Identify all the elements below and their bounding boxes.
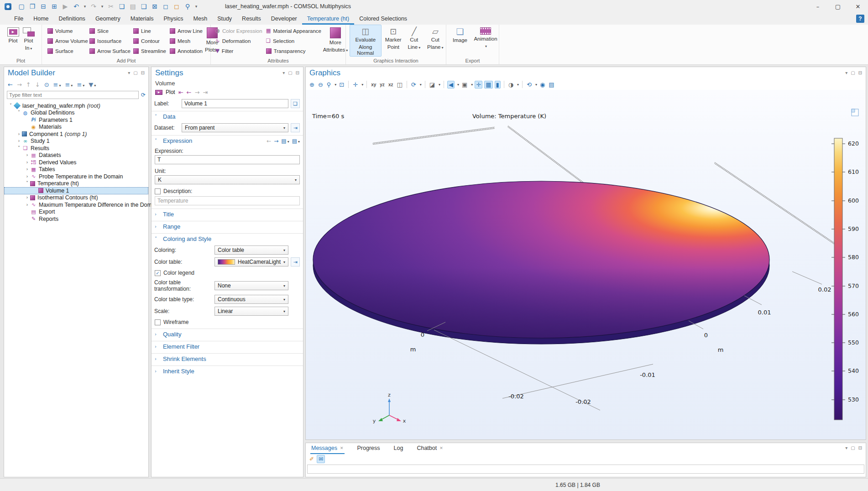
- add-line-button[interactable]: Line: [131, 26, 168, 36]
- tab-temperature-ht[interactable]: Temperature (ht): [302, 13, 354, 25]
- color-legend-checkbox[interactable]: ✓: [155, 270, 161, 276]
- tree-item-derived-values[interactable]: › 8.85e-12 Derived Values: [4, 159, 148, 166]
- chevron-expanded-icon[interactable]: ˅: [24, 181, 30, 186]
- tree-item-tables[interactable]: › ▦ Tables: [4, 166, 148, 173]
- redo-icon[interactable]: ↷: [88, 3, 99, 10]
- minimize-button[interactable]: –: [808, 0, 828, 13]
- transparency-button[interactable]: Transparency: [264, 47, 323, 56]
- cut-line-button[interactable]: ╱ Cut Line▾: [405, 25, 423, 57]
- go-to-source-icon[interactable]: ⇥: [291, 123, 300, 132]
- tree-item-max-temperature-difference[interactable]: › ∿ Maximum Temperature Difference in th…: [4, 201, 148, 209]
- sound-icon[interactable]: ◀: [447, 81, 455, 89]
- panel-pin-icon[interactable]: ⊟: [296, 71, 299, 75]
- save-icon[interactable]: ⊟: [38, 3, 49, 10]
- tree-item-volume-1[interactable]: Volume 1: [4, 187, 148, 194]
- panel-menu-icon[interactable]: ▾: [282, 71, 285, 75]
- move-down-icon[interactable]: ↓: [35, 82, 40, 88]
- add-slice-button[interactable]: Slice: [88, 26, 131, 36]
- tab-physics[interactable]: Physics: [158, 13, 188, 25]
- panel-float-icon[interactable]: ▢: [133, 71, 137, 75]
- clear-selection-icon[interactable]: ◻: [171, 3, 182, 10]
- tree-item-datasets[interactable]: › ▦ Datasets: [4, 152, 148, 159]
- previous-expression-icon[interactable]: ←: [267, 138, 271, 144]
- run-icon[interactable]: ▶: [60, 3, 71, 10]
- maximize-button[interactable]: ▢: [828, 0, 848, 13]
- material-appearance-button[interactable]: ▦Material Appearance: [264, 26, 323, 36]
- marker-point-button[interactable]: ⊡ Marker Point: [383, 25, 403, 57]
- zoom-out-icon[interactable]: ⊖: [317, 81, 324, 88]
- next-step-icon[interactable]: →: [195, 89, 200, 95]
- refresh-icon[interactable]: ⟳: [141, 92, 146, 98]
- tab-developer[interactable]: Developer: [266, 13, 302, 25]
- go-to-default-view-icon[interactable]: ✛: [352, 81, 359, 88]
- show-icon[interactable]: ⊙: [44, 82, 49, 88]
- panel-menu-icon[interactable]: ▾: [128, 71, 130, 75]
- section-expression[interactable]: ˅ Expression ← → ▤▾ ▤▾: [152, 135, 303, 146]
- tab-results[interactable]: Results: [237, 13, 266, 25]
- section-shrink-elements[interactable]: › Shrink Elements: [152, 353, 303, 364]
- copy-icon[interactable]: ❏: [116, 3, 127, 10]
- undo-dropdown-icon[interactable]: ▾: [82, 5, 88, 9]
- graphics-canvas[interactable]: Time=60 s Volume: Temperature (K): [306, 90, 866, 439]
- tab-mesh[interactable]: Mesh: [188, 13, 213, 25]
- description-checkbox[interactable]: [155, 188, 161, 194]
- close-tab-icon[interactable]: ✕: [439, 446, 443, 450]
- tree-item-isothermal-contours[interactable]: › Isothermal Contours (ht): [4, 194, 148, 202]
- panel-float-icon[interactable]: ▢: [288, 71, 292, 75]
- redo-dropdown-icon[interactable]: ▾: [99, 5, 105, 9]
- plot-button[interactable]: Plot: [166, 89, 175, 95]
- color-theme-icon[interactable]: ◑: [507, 81, 514, 88]
- zoom-box-icon[interactable]: ⚲: [326, 81, 332, 88]
- undo-icon[interactable]: ↶: [71, 3, 82, 10]
- tab-materials[interactable]: Materials: [125, 13, 159, 25]
- back-icon[interactable]: ←: [8, 82, 13, 88]
- select-box-icon[interactable]: ◻: [160, 3, 171, 10]
- chevron-expanded-icon[interactable]: ˅: [16, 110, 22, 115]
- replace-expression-icon[interactable]: ▤: [281, 138, 286, 144]
- more-attributes-button[interactable]: More Attributes▾: [323, 25, 349, 57]
- tree-filter-icon[interactable]: ▼: [89, 82, 93, 88]
- delete-icon[interactable]: ⊠: [149, 3, 160, 10]
- tab-geometry[interactable]: Geometry: [90, 13, 125, 25]
- tree-item-root[interactable]: ˅ laser_heating_wafer.mph(root): [4, 102, 148, 110]
- update-plot-icon[interactable]: ⟲: [526, 81, 533, 88]
- tree-item-temperature-ht[interactable]: ˅ Temperature (ht): [4, 180, 148, 188]
- chevron-collapsed-icon[interactable]: ›: [24, 167, 30, 172]
- deformation-button[interactable]: ∿Deformation: [214, 37, 264, 46]
- coloring-select[interactable]: Color table▾: [214, 246, 288, 255]
- close-tab-icon[interactable]: ✕: [340, 446, 344, 450]
- view-options-icon[interactable]: ▣: [461, 81, 468, 88]
- go-to-xz-view-icon[interactable]: xz: [387, 82, 394, 88]
- tree-item-parameters-1[interactable]: Pi Parameters 1: [4, 116, 148, 124]
- first-step-icon[interactable]: ⇤: [178, 89, 183, 95]
- cut-icon[interactable]: ✂: [105, 3, 116, 10]
- zoom-in-icon[interactable]: ⊕: [309, 81, 315, 88]
- wireframe-checkbox[interactable]: [155, 319, 161, 325]
- section-coloring-and-style[interactable]: ˅ Coloring and Style: [152, 233, 303, 244]
- panel-pin-icon[interactable]: ⊟: [858, 446, 862, 450]
- evaluate-along-normal-button[interactable]: ◫ Evaluate Along Normal: [350, 25, 382, 57]
- add-mesh-button[interactable]: Mesh: [168, 37, 204, 46]
- next-expression-icon[interactable]: →: [274, 138, 278, 144]
- chevron-collapsed-icon[interactable]: ›: [24, 203, 30, 207]
- section-data[interactable]: ˅ Data: [152, 111, 303, 122]
- show-grid-icon[interactable]: ▦: [484, 81, 492, 89]
- close-button[interactable]: ✕: [848, 0, 868, 13]
- panel-menu-icon[interactable]: ▾: [845, 71, 847, 75]
- tree-item-results[interactable]: ˅ ❑ Results: [4, 145, 148, 152]
- add-annotation-button[interactable]: Annotation: [168, 47, 204, 56]
- show-axis-orientation-icon[interactable]: ✛: [475, 81, 482, 89]
- panel-pin-icon[interactable]: ⊟: [858, 71, 862, 75]
- add-streamline-button[interactable]: Streamline: [131, 47, 168, 56]
- section-inherit-style[interactable]: › Inherit Style: [152, 366, 303, 376]
- label-input[interactable]: [182, 99, 288, 108]
- tab-log[interactable]: Log: [393, 443, 404, 454]
- color-table-type-select[interactable]: Continuous▾: [214, 295, 288, 304]
- section-quality[interactable]: › Quality: [152, 329, 303, 340]
- add-arrow-volume-button[interactable]: Arrow Volume: [46, 37, 88, 46]
- collapse-all-icon[interactable]: ≡: [53, 82, 58, 88]
- panel-float-icon[interactable]: ▢: [851, 446, 855, 450]
- add-volume-button[interactable]: Volume: [46, 26, 88, 36]
- insert-expression-icon[interactable]: ▤: [292, 138, 297, 144]
- filter-input[interactable]: [7, 91, 139, 99]
